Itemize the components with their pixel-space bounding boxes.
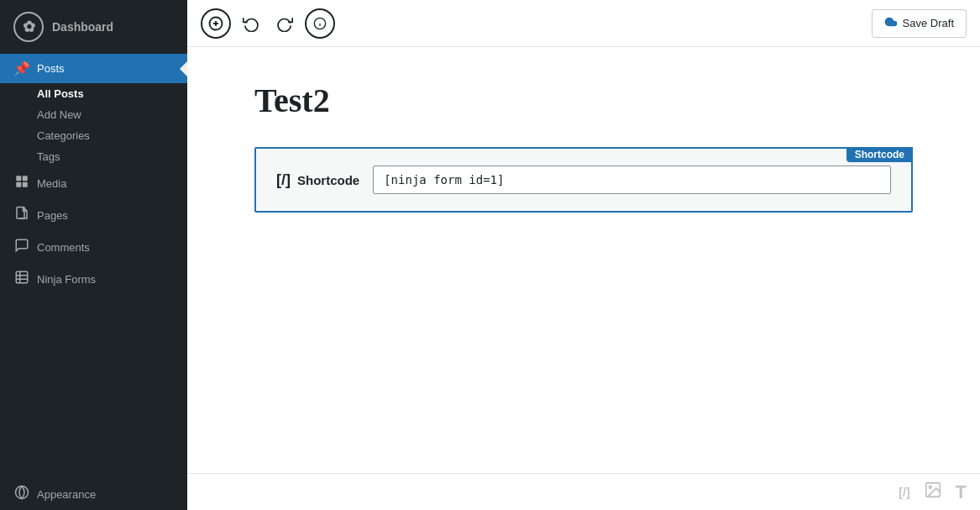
sidebar-sub-categories[interactable]: Categories [0, 125, 187, 146]
editor-area: Test2 Shortcode [/] Shortcode [187, 47, 980, 473]
comments-label: Comments [37, 241, 90, 254]
svg-point-17 [929, 486, 931, 488]
comments-icon [13, 238, 30, 256]
posts-label: Posts [37, 62, 65, 75]
bottom-image-icon[interactable] [924, 481, 942, 503]
sidebar-item-pages[interactable]: Pages [0, 199, 187, 231]
post-title[interactable]: Test2 [254, 81, 913, 120]
info-button[interactable] [305, 8, 335, 39]
undo-button[interactable] [238, 10, 265, 37]
dashboard-logo[interactable]: ✿ Dashboard [0, 0, 187, 54]
svg-rect-1 [23, 176, 28, 181]
shortcode-input[interactable] [373, 166, 891, 194]
bottom-text-icon[interactable]: T [956, 481, 967, 503]
editor-toolbar: Save Draft [187, 0, 980, 47]
appearance-icon [13, 485, 30, 503]
redo-button[interactable] [271, 10, 298, 37]
svg-point-9 [16, 486, 29, 499]
sidebar: ✿ Dashboard 📌 Posts All Posts Add New Ca… [0, 0, 187, 510]
save-draft-button[interactable]: Save Draft [872, 9, 967, 38]
shortcode-icon-label: [/] Shortcode [276, 171, 359, 189]
block-inner: [/] Shortcode [256, 149, 911, 211]
appearance-label: Appearance [37, 488, 96, 501]
ninja-forms-icon [13, 270, 30, 288]
main-content: Save Draft Test2 Shortcode [/] Shortcode… [187, 0, 980, 510]
ninja-forms-label: Ninja Forms [37, 273, 96, 286]
media-label: Media [37, 177, 66, 190]
sidebar-item-ninja-forms[interactable]: Ninja Forms [0, 263, 187, 295]
add-block-button[interactable] [201, 8, 231, 39]
svg-rect-2 [16, 182, 21, 187]
sidebar-item-posts[interactable]: 📌 Posts [0, 54, 187, 83]
cloud-icon [884, 15, 898, 32]
bottom-shortcode-icon[interactable]: [/] [899, 486, 909, 499]
shortcode-field-label: Shortcode [297, 173, 359, 187]
shortcode-bracket-icon: [/] [276, 171, 291, 189]
pages-icon [13, 206, 30, 224]
sidebar-sub-add-new[interactable]: Add New [0, 104, 187, 125]
dashboard-label: Dashboard [52, 20, 113, 34]
sidebar-sub-all-posts[interactable]: All Posts [0, 83, 187, 104]
block-label: Shortcode [846, 147, 913, 162]
pages-label: Pages [37, 209, 68, 222]
posts-icon: 📌 [13, 60, 30, 76]
sidebar-item-comments[interactable]: Comments [0, 231, 187, 263]
svg-rect-5 [16, 271, 28, 283]
svg-rect-3 [23, 182, 28, 187]
media-icon [13, 174, 30, 192]
sidebar-item-appearance[interactable]: Appearance [0, 478, 187, 510]
sidebar-sub-tags[interactable]: Tags [0, 146, 187, 167]
svg-rect-0 [16, 176, 21, 181]
editor-bottom-bar: [/] T [187, 473, 980, 510]
save-draft-label: Save Draft [903, 17, 954, 29]
wp-logo-icon: ✿ [13, 12, 44, 42]
shortcode-block: Shortcode [/] Shortcode [254, 147, 913, 213]
sidebar-item-media[interactable]: Media [0, 167, 187, 199]
